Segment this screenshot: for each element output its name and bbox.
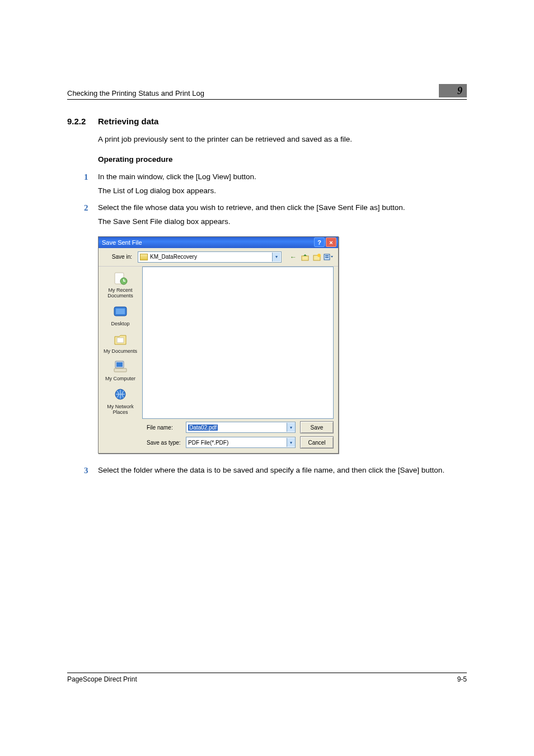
step: 2 Select the file whose data you wish to…	[84, 202, 467, 227]
step-text: Select the file whose data you wish to r…	[98, 202, 467, 213]
place-label: My Computer	[105, 376, 135, 381]
running-head: Checking the Printing Status and Print L…	[67, 84, 467, 100]
place-mycomputer[interactable]: My Computer	[102, 357, 139, 383]
step-result: The Save Sent File dialog box appears.	[98, 216, 467, 227]
filename-field[interactable]: Data02.pdf ▾	[186, 422, 296, 433]
savein-value: KM_DataRecovery	[150, 254, 270, 260]
folder-icon	[140, 254, 148, 260]
footer-right: 9-5	[457, 675, 467, 683]
chapter-badge: 9	[439, 84, 467, 97]
place-desktop[interactable]: Desktop	[102, 302, 139, 328]
step-text: Select the folder where the data is to b…	[98, 465, 467, 476]
my-documents-icon	[111, 332, 129, 347]
svg-rect-12	[116, 362, 123, 367]
chevron-down-icon: ▾	[272, 253, 280, 262]
place-recent[interactable]: My Recent Documents	[102, 269, 139, 301]
save-button[interactable]: Save	[300, 421, 334, 433]
chevron-down-icon: ▾	[287, 423, 295, 432]
place-label: My Documents	[104, 348, 137, 354]
dialog-toolbar: Save in: KM_DataRecovery ▾ ←	[99, 248, 338, 267]
places-bar: My Recent Documents Desktop My Documents	[99, 267, 142, 419]
step-text: In the main window, click the [Log View]…	[98, 171, 467, 183]
step-number: 1	[84, 171, 98, 197]
filetype-value: PDF File(*.PDF)	[188, 440, 228, 446]
dialog-title: Save Sent File	[102, 239, 313, 246]
filename-value: Data02.pdf	[188, 424, 218, 431]
step: 3 Select the folder where the data is to…	[84, 465, 467, 477]
place-label: My Recent Documents	[107, 287, 133, 298]
step-number: 2	[84, 202, 98, 227]
desktop-icon	[111, 304, 129, 320]
page-footer: PageScope Direct Print 9-5	[67, 673, 467, 683]
recent-documents-icon	[111, 270, 129, 286]
step-number: 3	[84, 465, 98, 477]
place-network[interactable]: My Network Places	[102, 385, 139, 417]
savein-label: Save in:	[103, 254, 134, 260]
savein-combo[interactable]: KM_DataRecovery ▾	[138, 251, 282, 263]
filename-label: File name:	[147, 424, 181, 431]
section-number: 9.2.2	[67, 116, 98, 126]
svg-rect-9	[116, 309, 125, 314]
new-folder-icon[interactable]	[312, 252, 322, 262]
up-one-level-icon[interactable]	[300, 252, 310, 262]
save-dialog: Save Sent File ? × Save in: KM_DataRecov…	[98, 236, 339, 454]
procedure-subhead: Operating procedure	[98, 155, 467, 164]
dialog-titlebar: Save Sent File ? ×	[99, 237, 338, 248]
my-computer-icon	[111, 359, 129, 375]
step-result: The List of Log dialog box appears.	[98, 185, 467, 197]
svg-rect-13	[114, 368, 127, 372]
section-intro: A print job previously sent to the print…	[98, 134, 467, 145]
svg-rect-4	[325, 255, 329, 256]
place-mydocs[interactable]: My Documents	[102, 330, 139, 356]
section-heading: 9.2.2Retrieving data	[67, 116, 467, 126]
cancel-button[interactable]: Cancel	[300, 436, 334, 449]
section-title: Retrieving data	[98, 116, 158, 126]
network-places-icon	[111, 387, 129, 403]
svg-point-2	[317, 254, 321, 257]
filetype-field[interactable]: PDF File(*.PDF) ▾	[186, 437, 296, 448]
chevron-down-icon: ▾	[287, 438, 295, 447]
running-head-title: Checking the Printing Status and Print L…	[67, 89, 439, 97]
place-label: My Network Places	[107, 404, 134, 415]
place-label: Desktop	[111, 321, 129, 326]
file-listing[interactable]	[142, 267, 334, 419]
back-icon[interactable]: ←	[288, 252, 298, 262]
help-button[interactable]: ?	[314, 237, 325, 247]
footer-left: PageScope Direct Print	[67, 675, 457, 683]
svg-rect-0	[302, 256, 308, 260]
svg-rect-5	[325, 257, 329, 258]
views-icon[interactable]	[324, 252, 334, 262]
chapter-number: 9	[457, 85, 462, 97]
close-button[interactable]: ×	[326, 237, 336, 247]
step: 1 In the main window, click the [Log Vie…	[84, 171, 467, 197]
svg-rect-10	[117, 338, 124, 343]
filetype-label: Save as type:	[147, 440, 181, 446]
